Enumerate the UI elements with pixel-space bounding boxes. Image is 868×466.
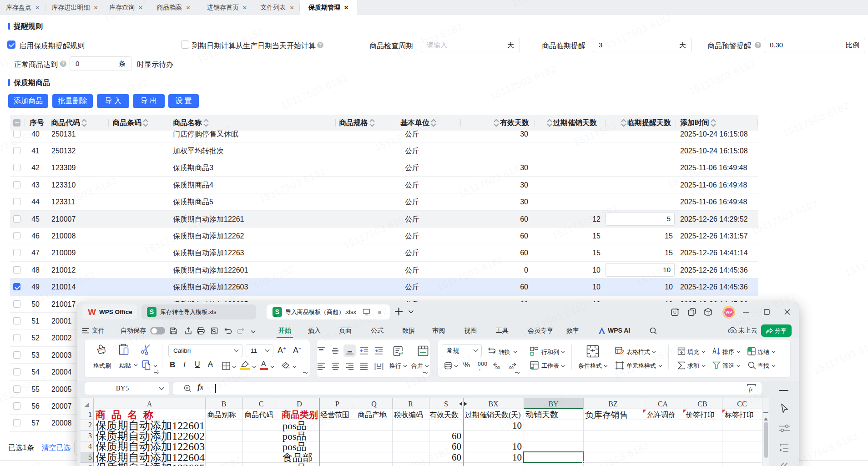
svg-text:.00: .00 [495,365,500,370]
svg-text:fx: fx [749,386,753,393]
svg-text:.00: .00 [508,365,514,370]
